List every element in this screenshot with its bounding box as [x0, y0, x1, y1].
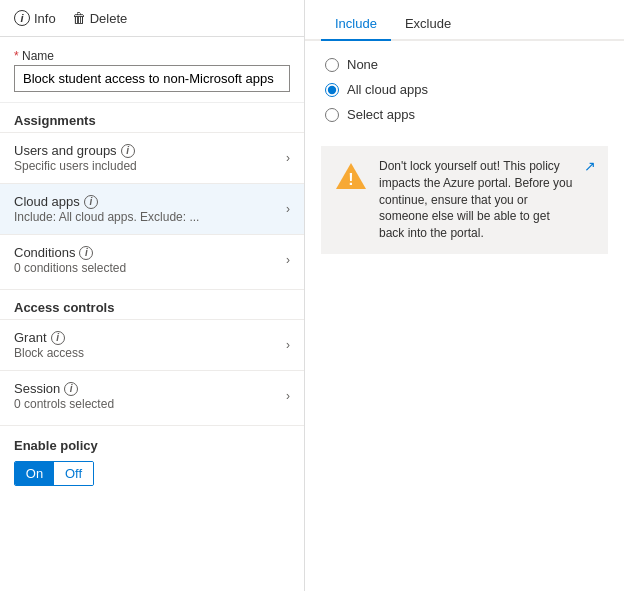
info-label: Info	[34, 11, 56, 26]
cloud-apps-sub: Include: All cloud apps. Exclude: ...	[14, 210, 199, 224]
cloud-apps-info-icon: i	[84, 195, 98, 209]
name-section: * Name	[0, 37, 304, 103]
radio-select-apps[interactable]: Select apps	[325, 107, 604, 122]
grant-chevron: ›	[286, 338, 290, 352]
enable-policy-header: Enable policy	[14, 438, 290, 453]
radio-all-cloud[interactable]: All cloud apps	[325, 82, 604, 97]
warning-icon-wrap: !	[333, 158, 369, 194]
conditions-title: Conditions i	[14, 245, 126, 260]
grant-title: Grant i	[14, 330, 84, 345]
access-controls-header: Access controls	[0, 290, 304, 319]
top-toolbar: i Info 🗑 Delete	[0, 0, 304, 37]
delete-button[interactable]: 🗑 Delete	[72, 10, 128, 26]
left-panel: i Info 🗑 Delete * Name Assignments Users…	[0, 0, 305, 591]
radio-group: None All cloud apps Select apps	[305, 41, 624, 138]
tab-exclude[interactable]: Exclude	[391, 8, 465, 41]
delete-label: Delete	[90, 11, 128, 26]
warning-triangle-icon: !	[334, 161, 368, 191]
cloud-apps-chevron: ›	[286, 202, 290, 216]
users-groups-item[interactable]: Users and groups i Specific users includ…	[0, 132, 304, 183]
cloud-apps-item[interactable]: Cloud apps i Include: All cloud apps. Ex…	[0, 183, 304, 234]
users-groups-chevron: ›	[286, 151, 290, 165]
session-info-icon: i	[64, 382, 78, 396]
required-label: * Name	[14, 49, 290, 63]
session-item[interactable]: Session i 0 controls selected ›	[0, 370, 304, 421]
radio-all-cloud-label: All cloud apps	[347, 82, 428, 97]
radio-select-apps-input[interactable]	[325, 108, 339, 122]
conditions-item[interactable]: Conditions i 0 conditions selected ›	[0, 234, 304, 285]
delete-icon: 🗑	[72, 10, 86, 26]
users-groups-title: Users and groups i	[14, 143, 137, 158]
radio-none-input[interactable]	[325, 58, 339, 72]
radio-all-cloud-input[interactable]	[325, 83, 339, 97]
right-panel: Include Exclude None All cloud apps Sele…	[305, 0, 624, 591]
enable-policy-toggle: On Off	[14, 461, 94, 486]
enable-section: Enable policy On Off	[0, 426, 304, 498]
warning-box: ! Don't lock yourself out! This policy i…	[321, 146, 608, 254]
external-link-icon[interactable]: ↗	[584, 158, 596, 174]
svg-text:!: !	[348, 171, 353, 188]
session-title: Session i	[14, 381, 114, 396]
info-icon: i	[14, 10, 30, 26]
info-button[interactable]: i Info	[14, 10, 56, 26]
conditions-info-icon: i	[79, 246, 93, 260]
conditions-sub: 0 conditions selected	[14, 261, 126, 275]
toggle-on-button[interactable]: On	[15, 462, 54, 485]
tab-bar: Include Exclude	[305, 8, 624, 41]
grant-item[interactable]: Grant i Block access ›	[0, 319, 304, 370]
cloud-apps-title: Cloud apps i	[14, 194, 199, 209]
assignments-section: Assignments Users and groups i Specific …	[0, 103, 304, 290]
warning-text: Don't lock yourself out! This policy imp…	[379, 158, 574, 242]
radio-none-label: None	[347, 57, 378, 72]
assignments-header: Assignments	[0, 103, 304, 132]
session-sub: 0 controls selected	[14, 397, 114, 411]
session-chevron: ›	[286, 389, 290, 403]
policy-name-input[interactable]	[14, 65, 290, 92]
radio-none[interactable]: None	[325, 57, 604, 72]
grant-info-icon: i	[51, 331, 65, 345]
users-groups-info-icon: i	[121, 144, 135, 158]
toggle-off-button[interactable]: Off	[54, 462, 93, 485]
conditions-chevron: ›	[286, 253, 290, 267]
users-groups-sub: Specific users included	[14, 159, 137, 173]
radio-select-apps-label: Select apps	[347, 107, 415, 122]
grant-sub: Block access	[14, 346, 84, 360]
access-controls-section: Access controls Grant i Block access › S…	[0, 290, 304, 426]
tab-include[interactable]: Include	[321, 8, 391, 41]
